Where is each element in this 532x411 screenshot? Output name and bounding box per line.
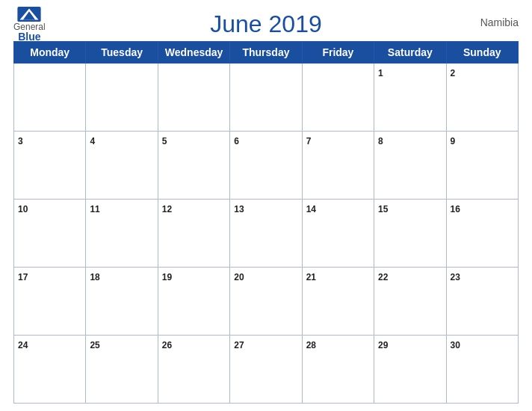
day-number: 12 (162, 204, 172, 214)
calendar-day-4: 4 (86, 132, 158, 200)
day-number: 20 (234, 272, 244, 282)
weekday-monday: Monday (14, 42, 86, 64)
logo: General Blue (13, 7, 46, 42)
day-number: 26 (162, 340, 172, 350)
day-number: 14 (306, 204, 316, 214)
calendar-day-12: 12 (158, 200, 229, 268)
calendar-day-18: 18 (86, 268, 158, 336)
logo-icon (17, 7, 41, 22)
weekday-header-row: MondayTuesdayWednesdayThursdayFridaySatu… (14, 42, 519, 64)
day-number: 2 (451, 68, 456, 78)
day-number: 24 (18, 340, 28, 350)
calendar-day-30: 30 (446, 336, 518, 404)
logo-blue-text: Blue (18, 31, 40, 42)
day-number: 28 (306, 340, 316, 350)
calendar-table: MondayTuesdayWednesdayThursdayFridaySatu… (13, 41, 519, 404)
day-number: 30 (451, 340, 460, 350)
day-number: 29 (378, 340, 388, 350)
weekday-tuesday: Tuesday (86, 42, 158, 64)
day-number: 5 (162, 136, 167, 146)
calendar-day-13: 13 (230, 200, 302, 268)
day-number: 13 (234, 204, 244, 214)
calendar-empty (230, 64, 302, 132)
calendar-day-10: 10 (14, 200, 86, 268)
calendar-day-28: 28 (302, 336, 374, 404)
calendar-week-4: 24252627282930 (14, 336, 519, 404)
calendar-day-6: 6 (230, 132, 302, 200)
day-number: 22 (378, 272, 388, 282)
calendar-empty (14, 64, 86, 132)
calendar-empty (302, 64, 374, 132)
calendar-day-25: 25 (86, 336, 158, 404)
day-number: 10 (18, 204, 28, 214)
day-number: 3 (18, 136, 23, 146)
day-number: 23 (451, 272, 460, 282)
calendar-day-29: 29 (374, 336, 446, 404)
page-header: General Blue June 2019 Namibia (13, 10, 519, 38)
calendar-day-5: 5 (158, 132, 229, 200)
day-number: 25 (90, 340, 99, 350)
day-number: 8 (378, 136, 383, 146)
calendar-empty (158, 64, 229, 132)
calendar-day-14: 14 (302, 200, 374, 268)
calendar-day-19: 19 (158, 268, 229, 336)
calendar-day-2: 2 (446, 64, 518, 132)
weekday-saturday: Saturday (374, 42, 446, 64)
calendar-day-26: 26 (158, 336, 229, 404)
day-number: 7 (306, 136, 312, 146)
calendar-day-17: 17 (14, 268, 86, 336)
calendar-day-1: 1 (374, 64, 446, 132)
day-number: 19 (162, 272, 172, 282)
weekday-sunday: Sunday (446, 42, 518, 64)
day-number: 18 (90, 272, 99, 282)
day-number: 1 (378, 68, 383, 78)
calendar-week-3: 17181920212223 (14, 268, 519, 336)
day-number: 27 (234, 340, 244, 350)
calendar-day-21: 21 (302, 268, 374, 336)
calendar-day-11: 11 (86, 200, 158, 268)
calendar-day-3: 3 (14, 132, 86, 200)
weekday-friday: Friday (302, 42, 374, 64)
day-number: 6 (234, 136, 239, 146)
day-number: 9 (451, 136, 456, 146)
calendar-week-1: 3456789 (14, 132, 519, 200)
calendar-day-24: 24 (14, 336, 86, 404)
calendar-week-0: 12 (14, 64, 519, 132)
calendar-week-2: 10111213141516 (14, 200, 519, 268)
day-number: 16 (451, 204, 460, 214)
day-number: 15 (378, 204, 388, 214)
weekday-wednesday: Wednesday (158, 42, 229, 64)
calendar-day-27: 27 (230, 336, 302, 404)
calendar-day-9: 9 (446, 132, 518, 200)
day-number: 21 (306, 272, 316, 282)
calendar-day-20: 20 (230, 268, 302, 336)
calendar-empty (86, 64, 158, 132)
page-title: June 2019 (210, 10, 321, 38)
country-label: Namibia (480, 16, 519, 28)
day-number: 17 (18, 272, 28, 282)
day-number: 4 (90, 136, 95, 146)
day-number: 11 (90, 204, 99, 214)
weekday-thursday: Thursday (230, 42, 302, 64)
calendar-day-23: 23 (446, 268, 518, 336)
calendar-day-16: 16 (446, 200, 518, 268)
calendar-day-22: 22 (374, 268, 446, 336)
calendar-day-8: 8 (374, 132, 446, 200)
calendar-day-7: 7 (302, 132, 374, 200)
calendar-day-15: 15 (374, 200, 446, 268)
